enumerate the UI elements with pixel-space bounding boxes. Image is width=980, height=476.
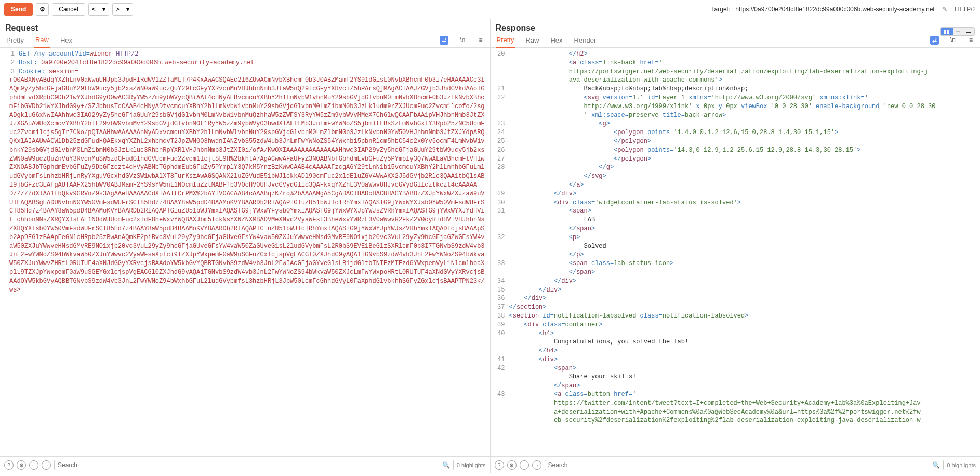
history-forward-dropdown[interactable]: ▾ (123, 3, 133, 16)
request-editor[interactable]: 1GET /my-account?id=wiener HTTP/22Host: … (0, 48, 490, 456)
edit-target-icon[interactable]: ✎ (942, 6, 947, 13)
inspector-toggle-icon-resp[interactable]: ⇄ (930, 36, 939, 45)
target-label: Target: (711, 6, 731, 13)
search-settings-icon-resp[interactable]: ⚙ (507, 460, 517, 470)
history-back-button[interactable]: < (88, 3, 99, 16)
hamburger-icon[interactable]: ≡ (476, 34, 484, 46)
request-search-input[interactable] (58, 461, 442, 469)
http-version-label: HTTP/2 (955, 6, 976, 13)
tab-pretty-resp[interactable]: Pretty (496, 33, 515, 48)
search-settings-icon[interactable]: ⚙ (17, 460, 26, 470)
tab-render-resp[interactable]: Render (573, 33, 598, 47)
response-search-input[interactable] (548, 461, 933, 469)
history-forward-button[interactable]: > (112, 3, 123, 16)
search-next-icon[interactable]: → (42, 460, 51, 470)
history-forward-group: > ▾ (112, 3, 133, 16)
response-panel: Response Pretty Raw Hex Render ⇄ \n ≡ 20… (491, 19, 981, 473)
newline-toggle-icon-resp[interactable]: \n (948, 34, 958, 46)
response-editor[interactable]: 20 </h2> <a class=link-back href=' https… (491, 48, 981, 456)
response-search-box[interactable]: 🔍 (545, 460, 944, 470)
request-bottom-bar: ? ⚙ ← → 🔍 0 highlights (0, 456, 490, 473)
search-prev-icon-resp[interactable]: ← (520, 460, 529, 470)
search-next-icon-resp[interactable]: → (532, 460, 541, 470)
settings-dropdown[interactable]: ⚙ (36, 3, 49, 16)
tab-hex-resp[interactable]: Hex (549, 33, 563, 47)
response-tabs: Pretty Raw Hex Render ⇄ \n ≡ (491, 33, 981, 48)
response-highlights-count: 0 highlights (947, 462, 976, 468)
history-back-group: < ▾ (88, 3, 109, 16)
search-prev-icon[interactable]: ← (29, 460, 38, 470)
send-button[interactable]: Send (4, 3, 33, 16)
tab-raw[interactable]: Raw (34, 33, 50, 48)
cancel-button[interactable]: Cancel (52, 3, 85, 16)
response-layout-toggle[interactable]: ▮▮═▬ (940, 27, 975, 36)
tab-hex[interactable]: Hex (59, 33, 73, 47)
search-icon[interactable]: 🔍 (932, 461, 940, 469)
response-bottom-bar: ? ⚙ ← → 🔍 0 highlights (491, 456, 981, 473)
request-tabs: Pretty Raw Hex ⇄ \n ≡ (0, 33, 490, 48)
request-title: Request (5, 23, 38, 33)
hamburger-icon-resp[interactable]: ≡ (967, 34, 975, 46)
tab-pretty[interactable]: Pretty (5, 33, 25, 47)
search-help-icon-resp[interactable]: ? (495, 460, 504, 470)
request-highlights-count: 0 highlights (457, 462, 486, 468)
tab-raw-resp[interactable]: Raw (524, 33, 540, 47)
target-url: https://0a9700e204fcf8e1822dc99a000c006b… (735, 6, 934, 13)
inspector-toggle-icon[interactable]: ⇄ (440, 36, 448, 45)
request-search-box[interactable]: 🔍 (54, 460, 454, 470)
search-help-icon[interactable]: ? (4, 460, 14, 470)
history-back-dropdown[interactable]: ▾ (99, 3, 109, 16)
request-panel: Request ▮▮═▬ Pretty Raw Hex ⇄ \n ≡ 1GET … (0, 19, 491, 473)
newline-toggle-icon[interactable]: \n (458, 34, 467, 46)
response-title: Response (496, 23, 535, 33)
search-icon[interactable]: 🔍 (442, 461, 450, 469)
main-toolbar: Send ⚙ Cancel < ▾ > ▾ Target: https://0a… (0, 0, 980, 19)
